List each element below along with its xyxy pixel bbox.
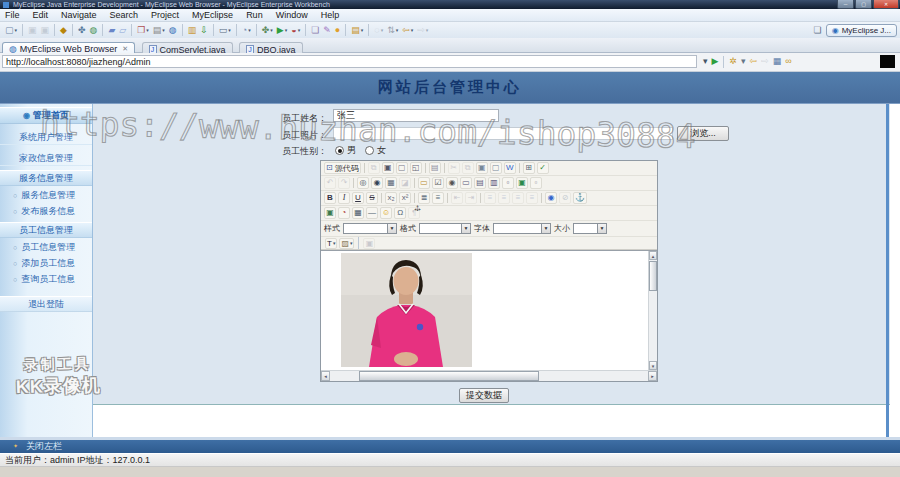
close-icon[interactable]: ✕ (122, 45, 128, 53)
text-color-icon[interactable]: T▾ (325, 238, 337, 249)
sidebar-item-bullet[interactable]: ○员工信息管理 (0, 240, 92, 254)
sidebar-item-logout[interactable]: 退出登陆 (0, 296, 92, 312)
sidebar-item-header[interactable]: 服务信息管理 (0, 170, 92, 186)
format-select[interactable]: ▼ (419, 223, 471, 234)
chevron-down-icon[interactable]: ▼ (597, 224, 606, 233)
sidebar-item-header[interactable]: 员工信息管理 (0, 222, 92, 238)
bold-icon[interactable]: B (324, 192, 336, 204)
paste-word-icon[interactable]: W (504, 162, 516, 174)
chevron-down-icon[interactable]: ▾ (350, 240, 353, 246)
insert-flash-icon[interactable]: ◔ (338, 207, 350, 219)
editor-content-area[interactable]: ▴ ▾ (321, 250, 657, 370)
new-page-icon[interactable]: ▢ (396, 162, 408, 174)
save-icon[interactable]: ▣ (382, 162, 394, 174)
strike-icon[interactable]: S (366, 192, 378, 204)
insert-table-icon[interactable]: ▦ (352, 207, 364, 219)
sidebar-item-link[interactable]: 系统用户管理 (0, 130, 92, 145)
sidebar-item-bullet[interactable]: ○添加员工信息 (0, 256, 92, 270)
chevron-down-icon[interactable]: ▾ (426, 27, 429, 33)
close-button[interactable]: ✕ (873, 0, 899, 9)
web-browser-icon[interactable]: ◍ (168, 24, 178, 37)
package-explorer-icon[interactable]: ▤▾ (152, 24, 166, 37)
underline-icon[interactable]: U (352, 192, 364, 204)
employee-name-input[interactable] (333, 109, 499, 122)
indent-icon[interactable]: ⇥ (465, 192, 477, 204)
insert-symbol-icon[interactable]: Ω (394, 207, 406, 219)
radio-female[interactable] (365, 146, 374, 155)
menu-edit[interactable]: Edit (33, 10, 49, 20)
report-design-icon[interactable]: ❏ (310, 24, 320, 37)
link-icon[interactable]: ◉ (545, 192, 557, 204)
chevron-down-icon[interactable]: ▾ (411, 27, 414, 33)
textarea-icon[interactable]: ▤ (474, 177, 486, 189)
scroll-down-icon[interactable]: ▾ (649, 361, 657, 370)
chevron-down-icon[interactable]: ▼ (461, 224, 470, 233)
save-icon[interactable]: ▣ (27, 24, 38, 37)
italic-icon[interactable]: I (338, 192, 350, 204)
select-field-icon[interactable]: ▥ (488, 177, 500, 189)
last-edit-location-icon[interactable]: ◌▾ (373, 24, 384, 37)
scroll-up-icon[interactable]: ▴ (649, 251, 657, 260)
validate-icon[interactable]: ✤ (77, 24, 87, 37)
style-select[interactable]: ▼ (343, 223, 397, 234)
insert-image-icon[interactable]: ▣ (324, 207, 336, 219)
forward-nav-icon[interactable]: ⇨ (760, 55, 770, 68)
vertical-scroll-thumb[interactable] (649, 261, 657, 291)
sidebar-item-bullet[interactable]: ○发布服务信息 (0, 204, 92, 218)
doc-props-icon[interactable]: ⧉ (368, 162, 380, 174)
scroll-right-icon[interactable]: ▸ (648, 371, 657, 381)
menu-search[interactable]: Search (110, 10, 139, 20)
back-nav-icon[interactable]: ⇦ (749, 55, 759, 68)
save-all-icon[interactable]: ▣ (40, 24, 51, 37)
insert-smiley-icon[interactable]: ☺ (380, 207, 392, 219)
user-libraries-icon[interactable]: ▰ (107, 24, 116, 37)
select-all-icon[interactable]: ▦ (385, 177, 397, 189)
chevron-down-icon[interactable]: ▼ (541, 224, 550, 233)
checkbox-icon[interactable]: ☑ (432, 177, 444, 189)
browse-button[interactable]: 浏览... (677, 126, 729, 141)
superscript-icon[interactable]: x² (399, 192, 411, 204)
menu-help[interactable]: Help (321, 10, 340, 20)
menu-project[interactable]: Project (151, 10, 179, 20)
chevron-down-icon[interactable]: ▾ (396, 27, 399, 33)
chevron-down-icon[interactable]: ▾ (248, 27, 251, 33)
align-left-icon[interactable]: ≡ (484, 192, 496, 204)
url-input[interactable] (2, 55, 697, 68)
spellcheck-icon[interactable]: ✓ (537, 162, 549, 174)
sidebar-item-main[interactable]: ◉管理首页 (0, 107, 92, 124)
refresh-dropdown-icon[interactable]: ▾ (740, 55, 747, 68)
button-field-icon[interactable]: ▫ (502, 177, 514, 189)
templates-icon[interactable]: ▤ (429, 162, 441, 174)
external-browser-icon[interactable]: ∞ (784, 55, 792, 68)
cut-icon[interactable]: ✂ (448, 162, 460, 174)
source-toggle-button[interactable]: ⊡源代码 (324, 162, 361, 174)
print-icon[interactable]: ⊞ (523, 162, 535, 174)
form-icon[interactable]: ▭ (418, 177, 430, 189)
deploy-icon[interactable]: ⇩ (199, 24, 209, 37)
menu-run[interactable]: Run (246, 10, 263, 20)
photo-file-input[interactable] (333, 127, 673, 140)
new-window-icon[interactable]: ▦ (772, 55, 783, 68)
url-dropdown-icon[interactable]: ▾ (702, 55, 709, 68)
font-select[interactable]: ▼ (493, 223, 551, 234)
chevron-down-icon[interactable]: ▾ (270, 27, 273, 33)
new-wizard-icon[interactable]: ▢▾ (4, 24, 18, 37)
horizontal-scrollbar[interactable]: ◂ ▸ (321, 370, 657, 381)
chevron-down-icon[interactable]: ▾ (381, 27, 384, 33)
chevron-down-icon[interactable]: ▼ (387, 224, 396, 233)
vertical-scrollbar[interactable]: ▴ ▾ (648, 251, 657, 370)
sidebar-item-bullet[interactable]: ○服务信息管理 (0, 188, 92, 202)
resize-handle-icon[interactable]: ↔↕ (411, 201, 424, 214)
debug-icon[interactable]: ✤▾ (261, 24, 274, 37)
chevron-down-icon[interactable]: ▾ (228, 27, 231, 33)
menu-file[interactable]: File (5, 10, 20, 20)
open-type-icon[interactable]: ◔▾ (241, 24, 252, 37)
close-left-panel-link[interactable]: 关闭左栏 (26, 441, 62, 451)
project-folder-icon[interactable]: ▥ (187, 24, 198, 37)
maximize-button[interactable]: ▢ (855, 0, 872, 9)
copy-icon[interactable]: ⧉ (462, 162, 474, 174)
chevron-down-icon[interactable]: ▾ (361, 27, 364, 33)
server-window-icon[interactable]: ▭▾ (218, 24, 232, 37)
remove-format-icon[interactable]: ◪ (399, 177, 411, 189)
horizontal-scroll-thumb[interactable] (359, 371, 539, 381)
